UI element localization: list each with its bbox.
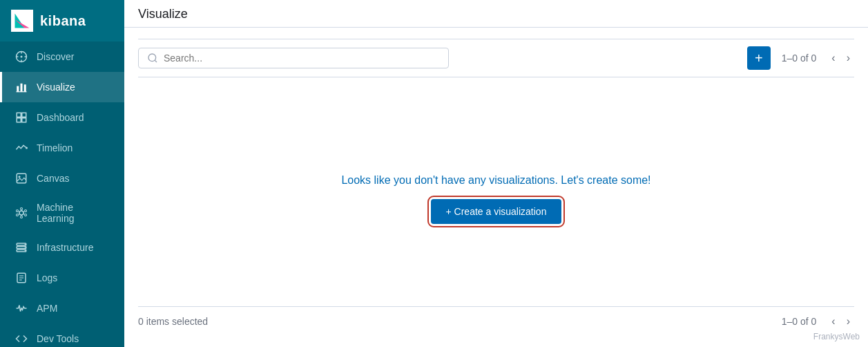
- footer-pagination-info: 1–0 of 0: [782, 316, 817, 327]
- page-header: Visualize: [124, 0, 868, 28]
- sidebar-item-ml-label: Machine Learning: [37, 202, 112, 224]
- pagination-controls: ‹ ›: [827, 50, 854, 66]
- pagination-info: 1–0 of 0: [782, 53, 817, 64]
- content-area: + 1–0 of 0 ‹ › Looks like you don't have…: [124, 28, 868, 347]
- svg-point-24: [17, 214, 19, 216]
- sidebar-item-logs-label: Logs: [37, 272, 57, 283]
- footer-pagination-prev-button[interactable]: ‹: [827, 314, 839, 329]
- empty-state: Looks like you don't have any visualizat…: [138, 77, 854, 306]
- sidebar-item-machine-learning[interactable]: Machine Learning: [0, 194, 124, 232]
- sidebar-item-apm-label: APM: [37, 303, 57, 314]
- sidebar-item-apm[interactable]: APM: [0, 293, 124, 323]
- footer-pagination-controls: ‹ ›: [827, 314, 854, 329]
- svg-point-35: [25, 244, 26, 245]
- svg-rect-14: [17, 118, 21, 122]
- svg-rect-13: [22, 113, 26, 117]
- svg-point-16: [26, 147, 28, 149]
- sidebar-item-visualize[interactable]: Visualize: [0, 72, 124, 102]
- sidebar-item-timelion[interactable]: Timelion: [0, 133, 124, 163]
- sidebar-item-dashboard[interactable]: Dashboard: [0, 102, 124, 133]
- dashboard-icon: [15, 111, 28, 124]
- svg-point-25: [17, 210, 19, 212]
- svg-rect-9: [21, 84, 23, 92]
- svg-point-22: [25, 214, 27, 216]
- svg-rect-10: [24, 84, 26, 92]
- sidebar-item-discover[interactable]: Discover: [0, 41, 124, 72]
- svg-rect-15: [22, 118, 26, 122]
- svg-point-20: [21, 208, 23, 210]
- toolbar: + 1–0 of 0 ‹ ›: [138, 39, 854, 77]
- svg-point-3: [21, 56, 23, 58]
- sidebar-item-canvas[interactable]: Canvas: [0, 163, 124, 194]
- sidebar-item-dev-tools-label: Dev Tools: [37, 333, 79, 344]
- svg-rect-8: [17, 86, 19, 92]
- timelion-icon: [15, 141, 28, 155]
- logs-icon: [15, 271, 28, 285]
- svg-point-19: [19, 211, 23, 215]
- watermark: FrankysWeb: [813, 332, 860, 341]
- main-content: Visualize + 1–0 of 0 ‹ › Looks like you …: [124, 0, 868, 347]
- sidebar-item-visualize-label: Visualize: [37, 82, 75, 93]
- svg-point-37: [25, 250, 26, 252]
- page-title: Visualize: [138, 7, 854, 21]
- search-wrapper: [138, 48, 449, 68]
- kibana-logo-icon: [11, 10, 33, 32]
- sidebar-item-canvas-label: Canvas: [37, 173, 69, 184]
- sidebar-item-logs[interactable]: Logs: [0, 263, 124, 293]
- apm-icon: [15, 301, 28, 315]
- search-input[interactable]: [164, 53, 440, 64]
- sidebar-item-discover-label: Discover: [37, 51, 74, 62]
- devtools-icon: [15, 332, 28, 346]
- svg-point-18: [19, 176, 21, 178]
- empty-message: Looks like you don't have any visualizat…: [341, 174, 650, 187]
- svg-point-36: [25, 247, 26, 248]
- svg-point-23: [21, 216, 23, 218]
- pagination-prev-button[interactable]: ‹: [827, 50, 839, 66]
- add-button[interactable]: +: [747, 46, 771, 70]
- footer-right: 1–0 of 0 ‹ ›: [782, 314, 854, 329]
- footer-pagination-next-button[interactable]: ›: [842, 314, 854, 329]
- ml-icon: [15, 206, 28, 220]
- search-icon: [147, 53, 158, 64]
- sidebar-item-timelion-label: Timelion: [37, 142, 73, 153]
- svg-point-21: [25, 210, 27, 212]
- svg-rect-12: [17, 113, 21, 117]
- svg-line-43: [155, 60, 157, 62]
- infra-icon: [15, 241, 28, 254]
- compass-icon: [15, 50, 28, 64]
- sidebar-item-infrastructure-label: Infrastructure: [37, 242, 93, 253]
- canvas-icon: [15, 171, 28, 185]
- bar-chart-icon: [15, 80, 28, 94]
- sidebar-item-dashboard-label: Dashboard: [37, 112, 84, 123]
- create-visualization-button[interactable]: + Create a visualization: [431, 199, 562, 224]
- toolbar-right: + 1–0 of 0 ‹ ›: [747, 46, 854, 70]
- sidebar: kibana Discover Visualize Dashboard Time…: [0, 0, 124, 347]
- footer-bar: 0 items selected 1–0 of 0 ‹ ›: [138, 306, 854, 336]
- kibana-title: kibana: [40, 13, 86, 29]
- svg-point-42: [148, 54, 156, 62]
- sidebar-item-infrastructure[interactable]: Infrastructure: [0, 232, 124, 263]
- sidebar-logo: kibana: [0, 0, 124, 41]
- items-selected: 0 items selected: [138, 316, 208, 327]
- sidebar-item-dev-tools[interactable]: Dev Tools: [0, 323, 124, 347]
- pagination-next-button[interactable]: ›: [842, 50, 854, 66]
